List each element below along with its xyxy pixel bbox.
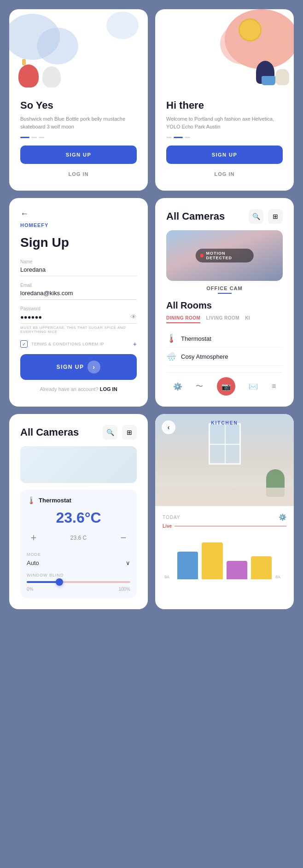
cam-underline (218, 293, 232, 294)
password-hint: MUST BE UPPERCASE, THIS THAT SUGAR SPICE… (20, 326, 137, 334)
nav-menu[interactable]: ≡ (272, 382, 276, 390)
eye-icon[interactable]: 👁 (130, 313, 137, 320)
tab-kitchen[interactable]: KI (245, 315, 250, 323)
svg-rect-1 (275, 16, 289, 30)
motion-text: MOTION DETECTED (206, 251, 249, 260)
mode-chevron[interactable]: ∨ (126, 559, 130, 566)
search-icon[interactable]: 🔍 (249, 209, 263, 224)
temp-controls: + 23.6 C − (27, 531, 130, 545)
submit-signup-button[interactable]: SIGN UP › (20, 354, 137, 380)
email-field: Email loredana@kiks.com (20, 283, 137, 300)
nav-messages[interactable]: ✉️ (249, 382, 258, 391)
camera-feed: MOTION DETECTED (166, 230, 283, 281)
tab-dining[interactable]: DINING ROOM (166, 315, 200, 323)
password-label: Password (20, 306, 137, 311)
bottom-nav: ⚙️ 〜 📷 ✉️ ≡ (166, 372, 283, 396)
tab-living[interactable]: LIVING ROOM (206, 315, 239, 323)
signup-form-card: ← HOMEEFY Sign Up Name Loredana Email lo… (9, 198, 148, 407)
motion-dot (200, 254, 203, 257)
slider-thumb (56, 578, 63, 586)
thermo-name: Thermostat (39, 497, 71, 504)
terms-expand[interactable]: + (133, 340, 137, 348)
name-label: Name (20, 259, 137, 264)
onboard-card-1: So Yes Bushwick meh Blue Bottle pork bel… (9, 9, 148, 191)
temperature-display: 23.6°C (27, 509, 130, 526)
form-title: Sign Up (20, 235, 137, 250)
kitchen-card: ‹ KITCHEN TODAY ⚙️ Live 9A 8A (155, 414, 294, 609)
mode-value: Auto ∨ (27, 559, 130, 566)
temp-increase[interactable]: − (117, 531, 130, 545)
login-button-2[interactable]: LOG IN (166, 169, 283, 180)
progress-dots-2 (166, 137, 283, 138)
terms-text: TERMS & CONDITIONS LOREM IP (31, 342, 104, 346)
nav-settings[interactable]: ⚙️ (173, 382, 182, 391)
password-dots: ●●●●●● (20, 314, 42, 320)
chart-gear-icon[interactable]: ⚙️ (279, 513, 286, 521)
name-value[interactable]: Loredana (20, 266, 137, 276)
chart-header: TODAY ⚙️ (163, 513, 286, 521)
kitchen-content: TODAY ⚙️ Live 9A 8A (155, 506, 294, 587)
thermostat-card: All Cameras 🔍 ⊞ 🌡️ Thermostat 23.6°C + 2… (9, 414, 148, 609)
login-link[interactable]: LOG IN (100, 386, 117, 392)
chart-bar-4 (251, 556, 272, 579)
header-icons: 🔍 ⊞ (249, 209, 283, 224)
illustration-1 (9, 9, 148, 92)
svg-rect-5 (275, 48, 289, 62)
thermostat-cameras-header: All Cameras 🔍 ⊞ (20, 425, 137, 440)
device-thermostat[interactable]: 🌡️ Thermostat (166, 330, 283, 348)
svg-rect-2 (259, 32, 273, 46)
blind-label: WINDOW BLIND (27, 573, 130, 577)
chart-bar-3 (227, 561, 247, 579)
login-prompt: Already have an account? LOG IN (20, 386, 137, 392)
live-text: Live (163, 524, 172, 529)
grid-icon[interactable]: ⊞ (268, 209, 283, 224)
onboard-title-1: So Yes (20, 99, 137, 111)
onboard-card-2: Hi there Welcome to Portland ugh fashion… (155, 9, 294, 191)
live-row: Live (163, 524, 286, 529)
thermo-flame-icon: 🌡️ (27, 496, 36, 505)
email-label: Email (20, 283, 137, 288)
email-value[interactable]: loredana@kiks.com (20, 290, 137, 300)
onboard-desc-1: Bushwick meh Blue Bottle pork belly must… (20, 115, 137, 130)
blind-min: 0% (27, 587, 33, 592)
blind-labels: 0% 100% (27, 587, 130, 592)
all-rooms-title: All Rooms (166, 300, 283, 311)
thermo-grid-icon[interactable]: ⊞ (122, 425, 137, 440)
blind-section: WINDOW BLIND 0% 100% (27, 573, 130, 592)
chart-area: 9A 8A (163, 533, 286, 579)
window-blind-slider[interactable] (27, 581, 130, 583)
submit-signup-label: SIGN UP (57, 364, 84, 370)
chart-label-9a: 9A (164, 575, 169, 579)
signup-button-2[interactable]: SIGN UP (166, 146, 283, 164)
kitchen-photo-bg (155, 414, 294, 506)
nav-activity[interactable]: 〜 (196, 382, 203, 391)
nav-camera[interactable]: 📷 (217, 377, 235, 396)
illustration-2 (155, 9, 294, 92)
login-button-1[interactable]: LOG IN (20, 169, 137, 180)
blind-max: 100% (118, 587, 130, 592)
password-field: Password ●●●●●● 👁 MUST BE UPPERCASE, THI… (20, 306, 137, 334)
today-label: TODAY (163, 515, 181, 520)
progress-dots-1 (20, 137, 137, 138)
thermostat-name: Thermostat (181, 335, 211, 342)
terms-checkbox[interactable]: ✓ (20, 340, 28, 348)
chart-bar-2 (202, 542, 222, 579)
kitchen-photo: ‹ KITCHEN (155, 414, 294, 506)
signup-button-1[interactable]: SIGN UP (20, 146, 137, 164)
temp-decrease[interactable]: + (27, 531, 41, 545)
temp-value-small: 23.6 C (70, 535, 87, 541)
mode-label: MODE (27, 552, 130, 557)
cameras-title: All Cameras (166, 210, 225, 222)
thermo-search-icon[interactable]: 🔍 (103, 425, 117, 440)
atmosphere-name: Cosy Atmosphere (181, 353, 228, 360)
thermostat-icon: 🌡️ (166, 333, 176, 344)
back-button[interactable]: ← (20, 209, 137, 219)
mode-section: MODE Auto ∨ (27, 552, 130, 566)
brand-name: HOMEEFY (20, 222, 137, 228)
onboard-title-2: Hi there (166, 99, 283, 111)
chart-label-8a: 8A (275, 575, 280, 579)
room-tabs: DINING ROOM LIVING ROOM KI (166, 315, 283, 323)
kitchen-back-button[interactable]: ‹ (162, 420, 175, 434)
device-atmosphere[interactable]: 🌧️ Cosy Atmosphere (166, 348, 283, 366)
svg-rect-4 (259, 48, 273, 62)
